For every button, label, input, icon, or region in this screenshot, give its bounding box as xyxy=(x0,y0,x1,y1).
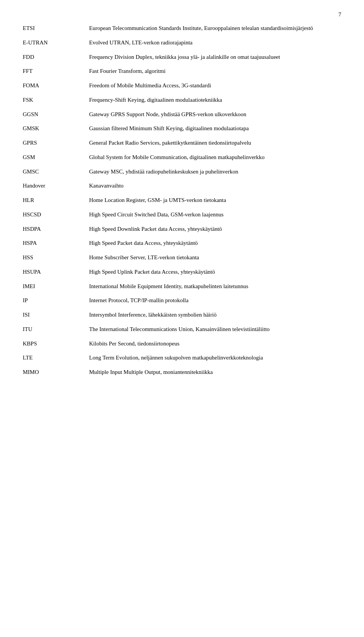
glossary-row: LTELong Term Evolution, neljännen sukupo… xyxy=(23,352,341,364)
glossary-table: ETSIEuropean Telecommunication Standards… xyxy=(23,23,341,381)
glossary-term: Handover xyxy=(23,180,89,192)
glossary-term: KBPS xyxy=(23,338,89,350)
glossary-definition: High Speed Uplink Packet data Access, yh… xyxy=(89,266,341,278)
glossary-term: HLR xyxy=(23,195,89,206)
glossary-term: ETSI xyxy=(23,23,89,34)
glossary-definition: International Mobile Equipment Identity,… xyxy=(89,281,341,292)
row-spacer xyxy=(23,77,341,80)
glossary-definition: High Speed Circuit Switched Data, GSM-ve… xyxy=(89,209,341,221)
row-spacer xyxy=(23,177,341,180)
glossary-row: FOMAFreedom of Mobile Multimedia Access,… xyxy=(23,80,341,91)
glossary-definition: Fast Fourier Transform, algoritmi xyxy=(89,66,341,77)
glossary-row: HLRHome Location Register, GSM- ja UMTS-… xyxy=(23,195,341,206)
glossary-term: HSUPA xyxy=(23,266,89,278)
row-spacer xyxy=(23,134,341,137)
glossary-row: GSMGlobal System for Mobile Communicatio… xyxy=(23,152,341,163)
glossary-row: HSUPAHigh Speed Uplink Packet data Acces… xyxy=(23,266,341,278)
glossary-term: IP xyxy=(23,295,89,306)
glossary-term: FFT xyxy=(23,66,89,77)
row-spacer xyxy=(23,378,341,381)
glossary-definition: Intersymbol Interference, lähekkäisten s… xyxy=(89,309,341,321)
glossary-row: FSKFrequency-Shift Keying, digitaalinen … xyxy=(23,95,341,106)
glossary-row: ISIIntersymbol Interference, lähekkäiste… xyxy=(23,309,341,321)
glossary-term: IMEI xyxy=(23,281,89,292)
glossary-row: HSPAHigh Speed Packet data Access, yhtey… xyxy=(23,238,341,249)
glossary-definition: Long Term Evolution, neljännen sukupolve… xyxy=(89,352,341,364)
glossary-row: E-UTRANEvolved UTRAN, LTE-verkon radiora… xyxy=(23,37,341,49)
glossary-definition: Frequency Division Duplex, tekniikka jos… xyxy=(89,52,341,63)
glossary-term: ITU xyxy=(23,324,89,335)
glossary-definition: Gateway GPRS Support Node, yhdistää GPRS… xyxy=(89,109,341,120)
glossary-definition: General Packet Radio Services, pakettiky… xyxy=(89,137,341,149)
glossary-row: GPRSGeneral Packet Radio Services, paket… xyxy=(23,137,341,149)
glossary-definition: High Speed Downlink Packet data Access, … xyxy=(89,224,341,235)
glossary-definition: The International Telecommunications Uni… xyxy=(89,324,341,335)
row-spacer xyxy=(23,106,341,109)
glossary-row: HSCSDHigh Speed Circuit Switched Data, G… xyxy=(23,209,341,221)
glossary-term: HSS xyxy=(23,252,89,263)
glossary-term: GGSN xyxy=(23,109,89,120)
row-spacer xyxy=(23,235,341,238)
glossary-definition: Evolved UTRAN, LTE-verkon radiorajapinta xyxy=(89,37,341,49)
glossary-definition: Frequency-Shift Keying, digitaalinen mod… xyxy=(89,95,341,106)
glossary-row: KBPSKilobits Per Second, tiedonsiirtonop… xyxy=(23,338,341,350)
glossary-row: ETSIEuropean Telecommunication Standards… xyxy=(23,23,341,34)
glossary-term: GMSC xyxy=(23,166,89,178)
glossary-term: E-UTRAN xyxy=(23,37,89,49)
row-spacer xyxy=(23,278,341,281)
row-spacer xyxy=(23,206,341,209)
glossary-definition: Home Subscriber Server, LTE-verkon tieto… xyxy=(89,252,341,263)
row-spacer xyxy=(23,321,341,324)
glossary-row: GMSKGaussian filtered Minimum Shift Keyi… xyxy=(23,123,341,134)
glossary-row: HSDPAHigh Speed Downlink Packet data Acc… xyxy=(23,224,341,235)
row-spacer xyxy=(23,249,341,252)
glossary-definition: Kanavanvaihto xyxy=(89,180,341,192)
row-spacer xyxy=(23,364,341,367)
glossary-definition: European Telecommunication Standards Ins… xyxy=(89,23,341,34)
row-spacer xyxy=(23,120,341,123)
glossary-term: GMSK xyxy=(23,123,89,134)
glossary-term: HSPA xyxy=(23,238,89,249)
row-spacer xyxy=(23,292,341,295)
glossary-definition: Gateway MSC, yhdistää radiopuhelinkeskuk… xyxy=(89,166,341,178)
glossary-row: HSSHome Subscriber Server, LTE-verkon ti… xyxy=(23,252,341,263)
glossary-row: FFTFast Fourier Transform, algoritmi xyxy=(23,66,341,77)
glossary-term: GSM xyxy=(23,152,89,163)
row-spacer xyxy=(23,63,341,66)
glossary-row: HandoverKanavanvaihto xyxy=(23,180,341,192)
row-spacer xyxy=(23,149,341,152)
row-spacer xyxy=(23,335,341,338)
glossary-term: MIMO xyxy=(23,367,89,378)
glossary-term: HSDPA xyxy=(23,224,89,235)
glossary-row: GMSCGateway MSC, yhdistää radiopuhelinke… xyxy=(23,166,341,178)
row-spacer xyxy=(23,306,341,309)
row-spacer xyxy=(23,192,341,195)
glossary-row: IPInternet Protocol, TCP/IP-mallin proto… xyxy=(23,295,341,306)
glossary-row: GGSNGateway GPRS Support Node, yhdistää … xyxy=(23,109,341,120)
glossary-term: ISI xyxy=(23,309,89,321)
row-spacer xyxy=(23,49,341,52)
glossary-definition: High Speed Packet data Access, yhteyskäy… xyxy=(89,238,341,249)
glossary-term: FOMA xyxy=(23,80,89,91)
row-spacer xyxy=(23,263,341,266)
page-number: 7 xyxy=(339,11,342,18)
glossary-definition: Gaussian filtered Minimum Shift Keying, … xyxy=(89,123,341,134)
row-spacer xyxy=(23,163,341,166)
glossary-definition: Internet Protocol, TCP/IP-mallin protoko… xyxy=(89,295,341,306)
glossary-term: GPRS xyxy=(23,137,89,149)
glossary-definition: Kilobits Per Second, tiedonsiirtonopeus xyxy=(89,338,341,350)
glossary-row: IMEIInternational Mobile Equipment Ident… xyxy=(23,281,341,292)
row-spacer xyxy=(23,91,341,95)
glossary-definition: Multiple Input Multiple Output, moniante… xyxy=(89,367,341,378)
glossary-row: FDDFrequency Division Duplex, tekniikka … xyxy=(23,52,341,63)
glossary-term: LTE xyxy=(23,352,89,364)
glossary-definition: Home Location Register, GSM- ja UMTS-ver… xyxy=(89,195,341,206)
glossary-row: MIMOMultiple Input Multiple Output, moni… xyxy=(23,367,341,378)
glossary-row: ITUThe International Telecommunications … xyxy=(23,324,341,335)
glossary-term: FDD xyxy=(23,52,89,63)
row-spacer xyxy=(23,349,341,352)
glossary-term: FSK xyxy=(23,95,89,106)
row-spacer xyxy=(23,221,341,224)
row-spacer xyxy=(23,34,341,37)
glossary-definition: Freedom of Mobile Multimedia Access, 3G-… xyxy=(89,80,341,91)
